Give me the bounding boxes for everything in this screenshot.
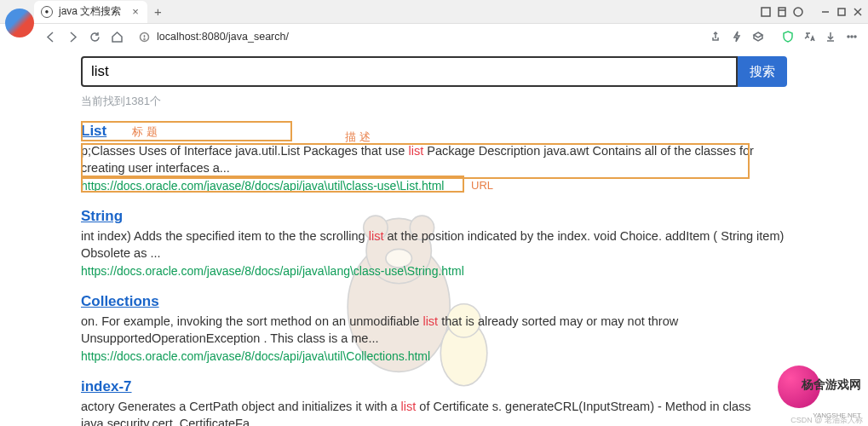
browser-ext3-icon[interactable] bbox=[791, 5, 805, 19]
svg-rect-5 bbox=[838, 9, 845, 15]
address-bar[interactable]: localhost:8080/java_search/ bbox=[131, 29, 701, 44]
result-description: p;Classes Uses of Interface java.util.Li… bbox=[81, 143, 787, 176]
cube-icon[interactable] bbox=[750, 29, 766, 44]
annotation-label-title: 标 题 bbox=[132, 124, 158, 140]
result-count: 当前找到1381个 bbox=[81, 94, 787, 109]
svg-point-14 bbox=[848, 36, 849, 37]
nav-home-icon[interactable] bbox=[109, 29, 124, 44]
svg-marker-12 bbox=[754, 32, 762, 37]
svg-rect-1 bbox=[779, 8, 785, 16]
browser-tab[interactable]: ● java 文档搜索 × bbox=[34, 1, 147, 23]
nav-back-icon[interactable] bbox=[43, 29, 58, 44]
browser-toolbar: localhost:8080/java_search/ bbox=[0, 24, 868, 49]
annotation-box-title bbox=[81, 121, 292, 141]
tab-close-icon[interactable]: × bbox=[132, 5, 139, 18]
lightning-icon[interactable] bbox=[729, 29, 744, 44]
result-url[interactable]: https://docs.oracle.com/javase/8/docs/ap… bbox=[81, 264, 787, 278]
shield-icon[interactable] bbox=[780, 29, 796, 44]
svg-point-16 bbox=[854, 36, 856, 37]
window-minimize-icon[interactable] bbox=[819, 5, 832, 19]
annotation-label-url: URL bbox=[471, 179, 493, 192]
address-text: localhost:8080/java_search/ bbox=[157, 31, 289, 43]
share-icon[interactable] bbox=[708, 29, 723, 44]
svg-point-15 bbox=[851, 36, 853, 37]
result-title-link[interactable]: List bbox=[81, 123, 106, 140]
result-url[interactable]: https://docs.oracle.com/javase/8/docs/ap… bbox=[81, 179, 787, 193]
result-description: on. For example, invoking the sort metho… bbox=[81, 314, 787, 347]
new-tab-button[interactable]: + bbox=[154, 4, 162, 19]
svg-marker-11 bbox=[734, 32, 739, 42]
result-url[interactable]: https://docs.oracle.com/javase/8/docs/ap… bbox=[81, 349, 787, 363]
nav-forward-icon[interactable] bbox=[65, 29, 80, 44]
result-title-link[interactable]: Collections bbox=[81, 293, 159, 310]
search-result: Listp;Classes Uses of Interface java.uti… bbox=[81, 123, 787, 193]
result-description: int index) Adds the specified item to th… bbox=[81, 228, 787, 262]
svg-point-10 bbox=[144, 38, 145, 39]
svg-point-3 bbox=[794, 8, 802, 16]
browser-ext2-icon[interactable] bbox=[775, 5, 789, 19]
csdn-watermark: CSDN @ 老油条人称 bbox=[790, 415, 863, 426]
result-title-link[interactable]: String bbox=[81, 208, 123, 225]
tab-favicon: ● bbox=[41, 6, 53, 18]
browser-ext1-icon[interactable] bbox=[759, 5, 773, 19]
window-maximize-icon[interactable] bbox=[835, 5, 848, 19]
browser-avatar bbox=[5, 9, 34, 37]
search-row: 搜索 bbox=[81, 56, 787, 87]
site-info-icon[interactable] bbox=[136, 29, 152, 44]
search-button[interactable]: 搜索 bbox=[738, 56, 787, 87]
nav-reload-icon[interactable] bbox=[87, 29, 102, 44]
download-icon[interactable] bbox=[823, 29, 838, 44]
more-icon[interactable] bbox=[844, 29, 859, 44]
search-result: Collectionson. For example, invoking the… bbox=[81, 293, 787, 363]
titlebar: ● java 文档搜索 × + bbox=[0, 0, 868, 24]
result-description: actory Generates a CertPath object and i… bbox=[81, 399, 787, 426]
search-result: Stringint index) Adds the specified item… bbox=[81, 208, 787, 278]
translate-icon[interactable] bbox=[802, 29, 817, 44]
svg-rect-0 bbox=[762, 8, 770, 16]
search-input[interactable] bbox=[81, 56, 738, 87]
search-result: index-7actory Generates a CertPath objec… bbox=[81, 378, 787, 426]
tab-title: java 文档搜索 bbox=[59, 4, 121, 19]
window-close-icon[interactable] bbox=[851, 5, 865, 19]
result-title-link[interactable]: index-7 bbox=[81, 378, 132, 395]
annotation-label-desc: 描 述 bbox=[345, 130, 371, 145]
